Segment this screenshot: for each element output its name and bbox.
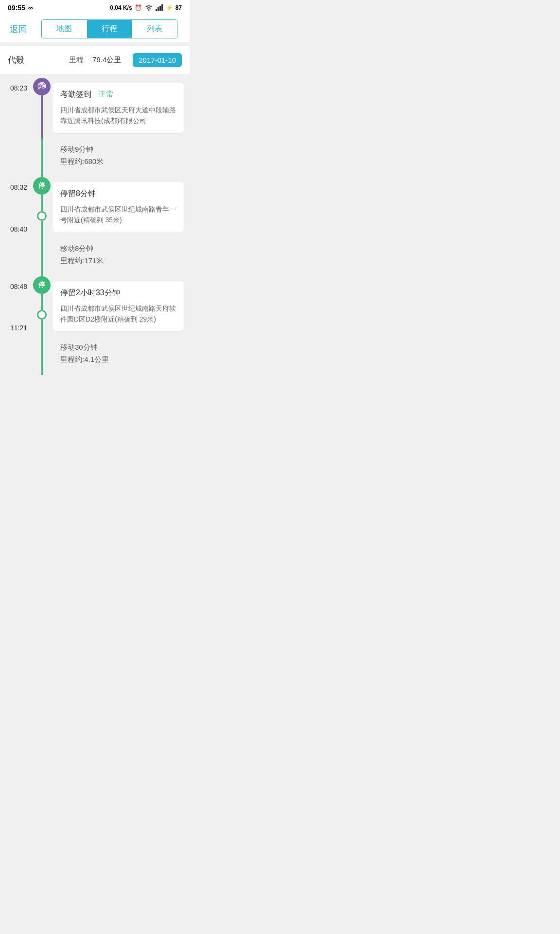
- tab-list[interactable]: 列表: [132, 20, 177, 38]
- line-green-6: [41, 320, 43, 336]
- time-0832: 08:32: [10, 177, 27, 191]
- dot-fingerprint: [33, 78, 51, 95]
- tab-journey[interactable]: 行程: [87, 20, 132, 38]
- move-distance-3: 里程约:4.1公里: [60, 355, 176, 364]
- timeline: 08:23 考勤签到 正常 四川省成都市武侯区天府大道中段辅路靠近腾讯科技(成都…: [0, 74, 190, 383]
- move-duration-2: 移动8分钟: [60, 244, 176, 253]
- time-col-1: 08:23: [0, 78, 31, 138]
- dist-value: 79.4公里: [92, 55, 121, 65]
- svg-rect-0: [156, 9, 157, 11]
- driver-name: 代毅: [8, 54, 24, 66]
- card-title-3: 停留2小时33分钟: [60, 288, 176, 298]
- dot-stop-1: 停: [33, 177, 51, 195]
- status-infinity: ∞: [28, 4, 33, 12]
- connector-col-1: [31, 78, 52, 138]
- signal-icon: [156, 4, 163, 12]
- clock-icon: ⏰: [135, 4, 142, 11]
- time-0848: 08:48: [10, 276, 27, 290]
- charging-icon: ⚡: [166, 4, 173, 11]
- back-button[interactable]: 返回: [6, 21, 31, 37]
- time-1121: 11:21: [10, 324, 27, 336]
- svg-rect-3: [161, 4, 163, 11]
- timeline-event-3: 08:48 11:21 停 停留2小时33分钟 四川省成都市武侯区世纪城南路天府…: [0, 276, 190, 337]
- line-green-7: [41, 336, 43, 375]
- card-address-1: 四川省成都市武侯区天府大道中段辅路靠近腾讯科技(成都)有限公司: [60, 105, 176, 126]
- line-green-4: [41, 237, 43, 276]
- card-address-3: 四川省成都市武侯区世纪城南路天府软件园D区D2楼附近(精确到 29米): [60, 303, 176, 325]
- dot-small-1: [37, 211, 47, 221]
- date-badge[interactable]: 2017-01-10: [133, 53, 182, 67]
- status-normal-badge: 正常: [98, 90, 114, 98]
- line-green-1: [41, 138, 43, 177]
- dist-label: 里程: [69, 55, 84, 65]
- battery-level: 87: [175, 4, 182, 11]
- move-duration-3: 移动30分钟: [60, 343, 176, 352]
- move-info-1: 移动9分钟 里程约:680米: [52, 138, 184, 177]
- wifi-icon: [144, 4, 153, 12]
- status-speed: 0.04 K/s: [110, 4, 132, 11]
- dot-small-2: [37, 310, 47, 320]
- svg-rect-1: [158, 7, 159, 11]
- timeline-move-2: 移动8分钟 里程约:171米: [0, 237, 190, 276]
- card-event-1: 考勤签到 正常 四川省成都市武侯区天府大道中段辅路靠近腾讯科技(成都)有限公司: [52, 83, 184, 133]
- move-duration-1: 移动9分钟: [60, 145, 176, 154]
- move-distance-1: 里程约:680米: [60, 157, 176, 166]
- time-0823: 08:23: [10, 78, 27, 91]
- timeline-move-1: 移动9分钟 里程约:680米: [0, 138, 190, 177]
- line-green-2: [41, 195, 43, 211]
- timeline-event-2: 08:32 08:40 停 停留8分钟 四川省成都市武侯区世纪城南路青年一号附近…: [0, 177, 190, 237]
- card-event-2: 停留8分钟 四川省成都市武侯区世纪城南路青年一号附近(精确到 35米): [52, 182, 184, 233]
- timeline-event-1: 08:23 考勤签到 正常 四川省成都市武侯区天府大道中段辅路靠近腾讯科技(成都…: [0, 78, 190, 138]
- card-title-1: 考勤签到 正常: [60, 90, 176, 100]
- nav-tabs: 地图 行程 列表: [41, 19, 177, 38]
- line-purple-1: [41, 95, 43, 138]
- nav-bar: 返回 地图 行程 列表: [0, 16, 190, 42]
- card-address-2: 四川省成都市武侯区世纪城南路青年一号附近(精确到 35米): [60, 204, 176, 226]
- tab-map[interactable]: 地图: [42, 20, 87, 38]
- svg-rect-2: [159, 6, 161, 11]
- timeline-move-3: 移动30分钟 里程约:4.1公里: [0, 336, 190, 375]
- move-info-3: 移动30分钟 里程约:4.1公里: [52, 336, 184, 375]
- summary-row: 代毅 里程 79.4公里 2017-01-10: [0, 46, 190, 74]
- move-distance-2: 里程约:171米: [60, 256, 176, 266]
- line-green-3: [41, 221, 43, 237]
- dot-stop-2: 停: [33, 276, 51, 294]
- status-bar: 09:55 ∞ 0.04 K/s ⏰ ⚡ 87: [0, 0, 190, 16]
- card-title-2: 停留8分钟: [60, 189, 176, 199]
- card-event-3: 停留2小时33分钟 四川省成都市武侯区世纪城南路天府软件园D区D2楼附近(精确到…: [52, 281, 184, 332]
- line-green-5: [41, 294, 43, 310]
- move-info-2: 移动8分钟 里程约:171米: [52, 237, 184, 276]
- time-0840: 08:40: [10, 226, 27, 237]
- status-time: 09:55: [8, 4, 25, 12]
